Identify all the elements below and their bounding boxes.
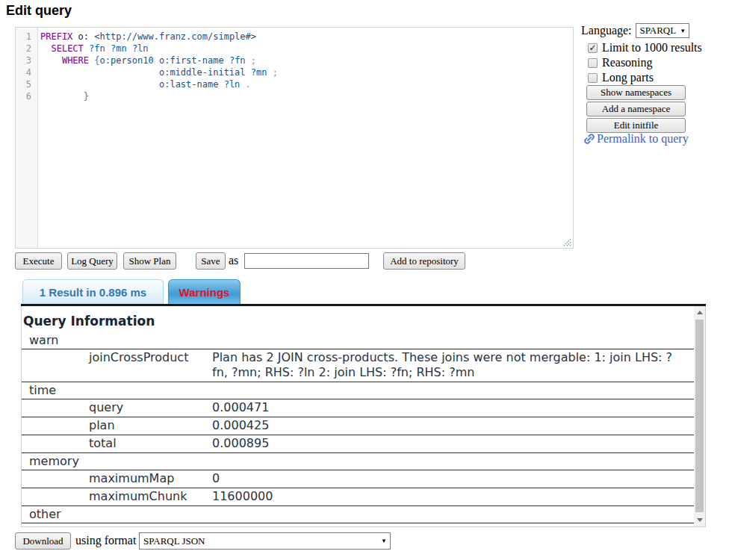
action-row: Execute Log Query Show Plan Save as Add …: [0, 252, 729, 270]
row-name: query: [89, 400, 212, 415]
section-header-other: other: [22, 506, 694, 523]
chain-link-icon: [583, 133, 595, 145]
code-line-4[interactable]: 4 o:middle-initial ?mn ;: [16, 66, 573, 78]
language-label: Language:: [581, 24, 632, 37]
section-header-time: time: [22, 382, 694, 399]
vertical-scrollbar[interactable]: [694, 306, 705, 526]
download-button[interactable]: Download: [15, 532, 71, 550]
reasoning-checkbox[interactable]: [588, 58, 598, 68]
scroll-down-button[interactable]: [694, 514, 705, 526]
show-namespaces-button[interactable]: Show namespaces: [586, 85, 686, 100]
code-line-3[interactable]: 3 WHERE {o:person10 o:first-name ?fn ;: [16, 55, 573, 66]
arrow-down-icon: [697, 518, 703, 522]
save-name-input[interactable]: [244, 253, 369, 269]
long-parts-label: Long parts: [602, 71, 654, 84]
language-select[interactable]: SPARQL ▼: [636, 23, 689, 38]
dropdown-arrow-icon: ▼: [381, 538, 387, 544]
permalink-to-query-link[interactable]: Permalink to query: [597, 132, 689, 146]
limit-results-label: Limit to 1000 results: [602, 41, 702, 55]
log-query-button[interactable]: Log Query: [67, 252, 117, 270]
long-parts-checkbox[interactable]: [588, 73, 598, 83]
section-header-memory: memory: [22, 453, 694, 470]
tab-results[interactable]: 1 Result in 0.896 ms: [22, 279, 164, 304]
query-information-heading: Query Information: [23, 314, 705, 329]
tab-warnings[interactable]: Warnings: [168, 279, 241, 304]
table-row-joinCrossProduct: joinCrossProductPlan has 2 JOIN cross-pr…: [22, 349, 694, 382]
row-value: 0.000895: [212, 436, 694, 451]
code-text: WHERE {o:person10 o:first-name ?fn ;: [35, 55, 256, 66]
language-row: Language: SPARQL ▼: [581, 23, 689, 38]
table-row-verb: verbselect: [22, 523, 694, 527]
query-information-panel: Query Information warnjoinCrossProductPl…: [21, 306, 706, 527]
code-text: PREFIX o: <http://www.franz.com/simple#>: [35, 31, 256, 43]
execute-button[interactable]: Execute: [15, 252, 62, 270]
code-line-6[interactable]: 6 }: [16, 90, 573, 102]
code-text: o:middle-initial ?mn ;: [35, 66, 278, 78]
table-row-plan: plan0.000425: [22, 417, 694, 435]
table-row-maximumChunk: maximumChunk11600000: [22, 488, 694, 506]
long-parts-row: Long parts: [588, 71, 654, 84]
row-name: verb: [89, 524, 212, 527]
add-to-repository-button[interactable]: Add to repository: [383, 252, 465, 270]
limit-results-row: ✓ Limit to 1000 results: [588, 41, 702, 55]
line-number: 1: [16, 31, 35, 43]
row-value: Plan has 2 JOIN cross-products. These jo…: [212, 350, 694, 380]
code-text: }: [35, 90, 89, 102]
row-value: 0: [212, 471, 694, 486]
row-value: select: [212, 524, 694, 527]
section-header-warn: warn: [22, 332, 694, 349]
row-value: 11600000: [212, 489, 694, 504]
query-editor[interactable]: 1PREFIX o: <http://www.franz.com/simple#…: [15, 27, 574, 249]
line-number: 2: [16, 43, 35, 55]
save-button[interactable]: Save: [196, 252, 226, 270]
format-select-value: SPARQL JSON: [143, 535, 205, 547]
row-name: total: [89, 436, 212, 451]
using-format-label: using format: [75, 534, 136, 547]
row-value: 0.000425: [212, 418, 694, 433]
code-text: SELECT ?fn ?mn ?ln: [35, 43, 149, 55]
code-text: o:last-name ?ln .: [35, 78, 251, 90]
reasoning-label: Reasoning: [602, 56, 653, 69]
line-number: 4: [16, 66, 35, 78]
resize-handle-icon[interactable]: [562, 237, 571, 246]
show-plan-button[interactable]: Show Plan: [123, 252, 176, 270]
save-as-label: as: [229, 254, 238, 267]
line-number: 6: [16, 90, 35, 102]
table-row-maximumMap: maximumMap0: [22, 470, 694, 488]
code-line-1[interactable]: 1PREFIX o: <http://www.franz.com/simple#…: [16, 31, 573, 43]
language-select-value: SPARQL: [640, 25, 677, 37]
line-number: 3: [16, 55, 35, 66]
code-line-2[interactable]: 2 SELECT ?fn ?mn ?ln: [16, 43, 573, 55]
row-name: joinCrossProduct: [89, 350, 212, 380]
page-title: Edit query: [6, 3, 72, 19]
row-value: 0.000471: [212, 400, 694, 415]
query-options-panel: Language: SPARQL ▼ ✓ Limit to 1000 resul…: [579, 23, 728, 155]
scrollbar-thumb[interactable]: [695, 320, 704, 512]
row-name: plan: [89, 418, 212, 433]
arrow-up-icon: [697, 311, 703, 314]
code-line-5[interactable]: 5 o:last-name ?ln .: [16, 78, 573, 90]
permalink-row: Permalink to query: [583, 132, 689, 146]
row-name: maximumChunk: [89, 489, 212, 504]
table-row-total: total0.000895: [22, 435, 694, 453]
limit-results-checkbox[interactable]: ✓: [588, 43, 598, 53]
download-row: Download using format SPARQL JSON ▼: [0, 532, 729, 552]
reasoning-row: Reasoning: [588, 56, 653, 69]
scroll-up-button[interactable]: [694, 306, 705, 319]
edit-initfile-button[interactable]: Edit initfile: [586, 118, 686, 133]
row-name: maximumMap: [89, 471, 212, 486]
editor-lines[interactable]: 1PREFIX o: <http://www.franz.com/simple#…: [16, 28, 573, 102]
table-row-query: query0.000471: [22, 399, 694, 417]
add-namespace-button[interactable]: Add a namespace: [586, 102, 686, 116]
format-select[interactable]: SPARQL JSON ▼: [139, 532, 391, 550]
line-number: 5: [16, 78, 35, 90]
dropdown-arrow-icon: ▼: [680, 28, 686, 34]
query-information-table: warnjoinCrossProductPlan has 2 JOIN cros…: [22, 332, 694, 527]
